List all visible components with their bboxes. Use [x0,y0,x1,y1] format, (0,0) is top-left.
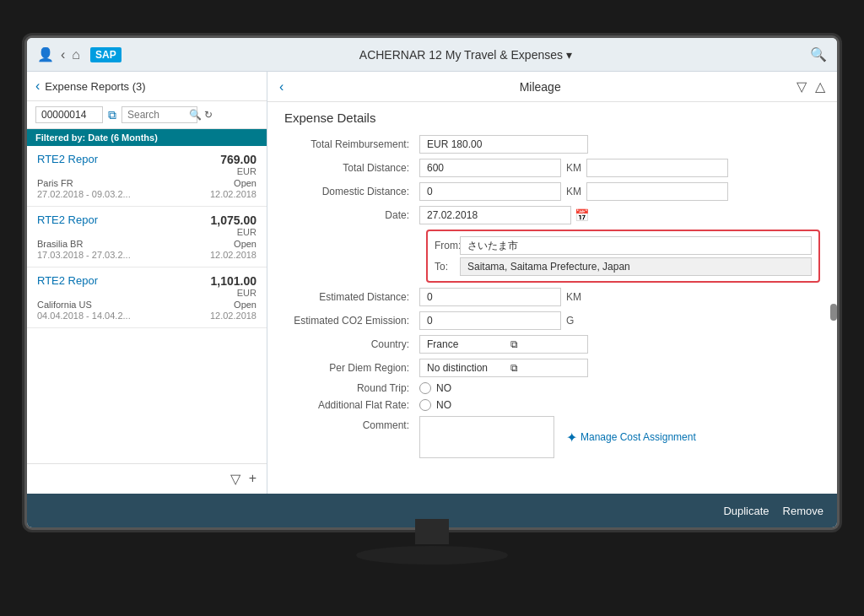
left-back-icon[interactable]: ‹ [35,78,40,94]
to-row: To: [435,257,812,276]
round-trip-radio[interactable] [419,382,431,394]
domestic-distance-input[interactable] [419,182,561,201]
add-icon[interactable]: + [249,471,256,487]
from-input[interactable] [460,236,812,255]
report-list: RTE2 Repor 769.00 EUR Paris FR Open 27.0… [27,146,267,328]
estimated-distance-label: Estimated Distance: [284,291,419,303]
estimated-co2-unit: G [566,315,574,327]
search-bar: ⧉ 🔍 ↻ [27,101,267,129]
from-label: From: [435,240,460,251]
manage-cost-icon: ✦ [566,430,577,446]
per-diem-region-label: Per Diem Region: [284,362,419,374]
left-panel: ‹ Expense Reports (3) ⧉ 🔍 ↻ Filtered by:… [27,72,267,494]
estimated-distance-input[interactable] [419,288,561,306]
left-panel-header: ‹ Expense Reports (3) [27,72,267,101]
search-field-wrapper: 🔍 ↻ [122,106,197,123]
filter-header-icon[interactable]: ▽ [796,78,807,95]
additional-flat-rate-row: Additional Flat Rate: NO [284,399,820,411]
report-name: RTE2 Repor [37,153,98,165]
country-field: France ⧉ [419,335,588,354]
expense-details-title: Expense Details [284,111,820,125]
header-icons: ▽ △ [796,78,825,95]
estimated-distance-unit: KM [566,291,581,303]
per-diem-region-field: No distinction ⧉ [419,359,588,377]
search-icon[interactable]: 🔍 [810,46,827,62]
estimated-distance-field: KM [419,288,581,306]
app-title: ACHERNAR 12 My Travel & Expenses ▾ [128,48,803,62]
right-panel-wrapper: ‹ Mileage ▽ △ Expense Details Total Reim… [267,72,837,494]
monitor-stand [356,519,508,570]
additional-flat-rate-label: Additional Flat Rate: [284,399,419,411]
domestic-distance-label: Domestic Distance: [284,186,419,197]
total-distance-input[interactable] [419,159,561,177]
estimated-co2-field: G [419,311,574,330]
date-label: Date: [284,209,419,221]
from-to-section: From: To: [426,230,820,283]
estimated-co2-row: Estimated CO2 Emission: G [284,311,820,330]
total-distance-field: KM [419,159,728,177]
filter-badge: Filtered by: Date (6 Months) [27,129,267,146]
country-row: Country: France ⧉ [284,335,820,354]
list-item[interactable]: RTE2 Repor 769.00 EUR Paris FR Open 27.0… [27,146,267,207]
main-layout: ‹ Expense Reports (3) ⧉ 🔍 ↻ Filtered by:… [27,72,837,494]
total-distance-row: Total Distance: KM [284,159,820,177]
report-name: RTE2 Repor [37,274,98,287]
back-icon[interactable]: ‹ [61,47,65,62]
filter-icon[interactable]: ▽ [230,471,240,487]
additional-flat-rate-field: NO [419,399,451,411]
expense-details: Expense Details Total Reimbursement: Tot… [267,102,837,494]
domestic-distance-unit-input[interactable] [586,182,728,201]
estimated-co2-label: Estimated CO2 Emission: [284,315,419,327]
domestic-distance-field: KM [419,182,728,201]
expense-reports-title: Expense Reports (3) [45,80,258,93]
comment-input[interactable] [419,416,554,458]
mileage-title: Mileage [290,80,790,94]
to-label: To: [435,261,460,273]
from-row: From: [435,236,812,255]
round-trip-label: Round Trip: [284,382,419,394]
duplicate-button[interactable]: Duplicate [723,505,769,517]
remove-button[interactable]: Remove [783,505,824,517]
home-icon[interactable]: ⌂ [72,47,80,62]
search-input[interactable] [127,109,186,121]
right-back-icon[interactable]: ‹ [279,79,284,95]
refresh-icon[interactable]: ↻ [204,109,213,121]
per-diem-expand-icon[interactable]: ⧉ [504,359,587,376]
total-reimbursement-input[interactable] [419,135,588,154]
additional-flat-rate-radio[interactable] [419,399,431,411]
manage-cost-assignment-button[interactable]: ✦ Manage Cost Assignment [566,430,696,446]
alert-header-icon[interactable]: △ [815,78,825,95]
comment-row: Comment: ✦ Manage Cost Assignment [284,416,820,458]
total-distance-label: Total Distance: [284,162,419,174]
country-label: Country: [284,338,419,350]
date-field: 📅 [419,206,589,224]
country-expand-icon[interactable]: ⧉ [504,336,587,353]
domestic-distance-unit: KM [566,186,581,197]
calendar-icon[interactable]: 📅 [575,208,589,222]
to-input[interactable] [460,257,812,276]
estimated-co2-input[interactable] [419,311,561,330]
total-reimbursement-field [419,135,588,154]
report-id-input[interactable] [35,106,103,123]
round-trip-field: NO [419,382,451,394]
top-bar: 👤 ‹ ⌂ SAP ACHERNAR 12 My Travel & Expens… [27,38,837,72]
round-trip-row: Round Trip: NO [284,382,820,394]
additional-flat-rate-value: NO [436,399,451,411]
right-panel: ‹ Mileage ▽ △ Expense Details Total Reim… [267,72,837,494]
date-input[interactable] [419,206,571,224]
per-diem-region-dropdown[interactable]: No distinction ⧉ [419,359,588,377]
copy-icon[interactable]: ⧉ [108,108,116,122]
domestic-distance-row: Domestic Distance: KM [284,182,820,201]
date-row: Date: 📅 [284,206,820,224]
right-panel-header: ‹ Mileage ▽ △ [267,72,837,102]
comment-label: Comment: [284,416,419,431]
list-item[interactable]: RTE2 Repor 1,075.00 EUR Brasilia BR Open… [27,207,267,267]
user-icon[interactable]: 👤 [37,46,54,62]
estimated-distance-row: Estimated Distance: KM [284,288,820,306]
scroll-thumb[interactable] [830,304,837,321]
list-item[interactable]: RTE2 Repor 1,101.00 EUR California US Op… [27,267,267,328]
search-icon-small[interactable]: 🔍 [189,109,202,121]
country-dropdown[interactable]: France ⧉ [419,335,588,354]
total-distance-unit-input[interactable] [586,159,728,177]
left-footer: ▽ + [27,463,267,494]
